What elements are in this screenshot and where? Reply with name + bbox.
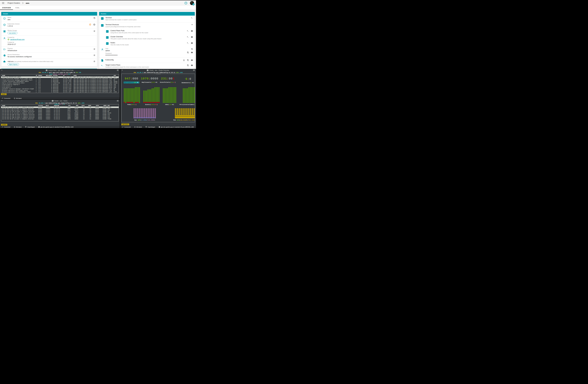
table-row[interactable]: grafana-operators-5bfcfc58cf-w2s24 ● 1/1…	[1, 90, 119, 91]
privilege-icon	[25, 126, 26, 128]
tab-overview[interactable]: OVERVIEW	[0, 6, 13, 10]
table-row[interactable]: etcd-events-0 ● 2/2 0 Running 10.40.5.11…	[1, 85, 119, 87]
shortcut-row-nodes[interactable]: >_ Nodes View the nodes for this cluster…	[99, 40, 195, 47]
gear-icon[interactable]	[93, 30, 95, 32]
created-at-value: 2018-02-27	[8, 43, 97, 45]
shortcut-title: Control Plane Pods	[110, 30, 187, 32]
terminal-menu-icon[interactable]	[117, 70, 119, 71]
port-forward-indicator: ●	[36, 77, 38, 78]
avatar[interactable]	[190, 1, 194, 5]
eye-icon[interactable]	[191, 59, 193, 61]
access-row-terminal: >_ Terminal Open terminal into cluster o…	[99, 16, 195, 22]
copy-icon[interactable]	[187, 59, 189, 61]
copy-icon[interactable]	[191, 48, 193, 50]
node-mem-pct: 13	[84, 111, 91, 112]
tab-yaml[interactable]: YAML	[13, 6, 22, 10]
chevron-up-icon[interactable]	[191, 24, 193, 25]
chart-events[interactable]: Events(1421:61)	[143, 87, 160, 105]
table-row[interactable]: cluster-autoscaler-666f6bbb97-4pmzd ● 1/…	[1, 81, 119, 82]
chart-cpu[interactable]: Cpu 12%(17,695m/143,280m)	[133, 108, 156, 121]
help-icon[interactable]: ?	[185, 2, 187, 4]
pod-ip: 10.40.10.14	[62, 82, 74, 84]
node-server-icon	[159, 126, 160, 128]
launch-terminal-icon[interactable]: >_	[187, 36, 189, 38]
node-role: <none>	[46, 114, 54, 115]
upgrade-icon[interactable]	[93, 23, 95, 26]
pod-node: gke-dev-garden-gcp-n1-standard-16-poo-d8…	[74, 91, 114, 93]
chart-persistentvolumes[interactable]: Persistentvolumes(243:0)	[180, 87, 195, 105]
created-by-link[interactable]: gardener@sap.com	[10, 39, 24, 40]
table-row[interactable]: ip-10-242-18-201.eu-west-1.compute.inter…	[1, 115, 119, 117]
table-row[interactable]: ip-10-242-30-97.eu-west-1.compute.intern…	[1, 118, 119, 120]
chart-pods[interactable]: Pods(694:1)	[124, 87, 140, 105]
table-row[interactable]: elasticsearch-logging-0 ● 2/2 0 Running …	[1, 84, 119, 85]
table-row[interactable]: cert-controller-manager-6c4f77fddd-nzb98…	[1, 78, 119, 80]
table-row[interactable]: ip-10-242-9-128.eu-west-1.compute.intern…	[1, 108, 119, 109]
download-icon[interactable]	[183, 59, 185, 61]
pulse-charts: Pods(694:1) Events(1421:61) Jobs(129:0) …	[124, 87, 195, 105]
pods-bar-chart	[124, 87, 140, 103]
access-restrictions-value: No access restrictions configured	[8, 56, 93, 58]
table-row[interactable]: cloud-controller-manager-88c89f8b5-fkpch…	[1, 80, 119, 81]
pod-restarts: 0	[44, 91, 52, 93]
gear-icon[interactable]	[93, 54, 95, 56]
counter-statefulsets[interactable]: 231:001 Statefulsets(231:1)	[161, 77, 175, 83]
node-mem-pct: 32	[84, 112, 91, 114]
breadcrumb[interactable]: Project Clusters	[8, 2, 20, 4]
node-amem: 61480	[99, 111, 106, 112]
gear-icon[interactable]	[93, 60, 95, 62]
update-history-icon[interactable]	[89, 23, 91, 26]
table-row[interactable]: auditlog-558ddfcd49-q9mdl ● 1/1 0 Runnin…	[1, 77, 119, 78]
counter-daemonsets[interactable]: ↑6:0 Daemonsets(6:0)	[182, 77, 193, 83]
resource-usage-charts: Cpu 12%(17,695m/143,280m) Mem 24%(132,81…	[122, 108, 195, 121]
eye-icon[interactable]	[191, 42, 193, 44]
table-row[interactable]: gardener-resource-manager-74dc48cbc9-94g…	[1, 88, 119, 90]
copy-icon[interactable]	[187, 64, 189, 66]
node-amem: 61480	[99, 115, 106, 117]
shortcut-row-cluster-overview[interactable]: >_ Cluster Overview This gives a quick o…	[99, 35, 195, 40]
eye-icon[interactable]	[191, 36, 193, 38]
shortcut-row-control-plane-pods[interactable]: >_ Control Plane Pods Using K9s to view …	[99, 29, 195, 35]
close-icon[interactable]: ✕	[1, 69, 2, 71]
node-name: ip-10-242-22-180.eu-west-1.compute.inter…	[2, 117, 38, 119]
kubeconfig-title: Kubeconfig	[105, 59, 114, 61]
table-row[interactable]: grafana-operators-bkp-544456d5c7-f9m67 ●…	[1, 91, 119, 93]
copy-icon[interactable]	[187, 52, 189, 53]
table-row[interactable]: daily-curator-1595225220-6b9zl ● 0/1 0 C…	[1, 82, 119, 84]
eye-icon[interactable]	[191, 52, 193, 53]
table-row[interactable]: ip-10-242-9-188.eu-west-1.compute.intern…	[1, 109, 119, 111]
menu-icon[interactable]	[2, 2, 4, 4]
pod-name: gardener-resource-manager-74dc48cbc9-94g…	[2, 88, 36, 90]
table-row[interactable]: ip-10-242-22-180.eu-west-1.compute.inter…	[1, 117, 119, 119]
close-icon[interactable]: ✕	[1, 100, 2, 101]
table-row[interactable]: ip-10-242-18-200.eu-west-1.compute.inter…	[1, 114, 119, 115]
eye-icon[interactable]	[191, 30, 193, 32]
node-amem: 61480	[99, 112, 106, 114]
launch-terminal-icon[interactable]: >_	[187, 30, 189, 32]
terminal-menu-icon[interactable]	[193, 70, 195, 71]
table-row[interactable]: ip-10-242-7-148.eu-west-1.compute.intern…	[1, 106, 119, 108]
copy-icon[interactable]	[93, 17, 95, 19]
details-row-name: Name aws	[1, 16, 97, 22]
close-icon[interactable]: ✕	[122, 69, 123, 71]
chart-mem[interactable]: Mem 24%(132,811Mi/553,320Mi)	[173, 108, 195, 121]
terminal-menu-icon[interactable]	[117, 100, 119, 101]
counter-deployments[interactable]: 947:000 Deployments(947:0)	[124, 77, 139, 83]
node-cpu-pct: 11	[78, 117, 84, 119]
counter-replicasets[interactable]: 1070:0000 Replicasets(1070:0)	[141, 77, 158, 83]
nodes-table-title: Nodes(all)[9]	[54, 103, 66, 105]
table-row[interactable]: ip-10-242-14-47.eu-west-1.compute.intern…	[1, 112, 119, 114]
gear-icon[interactable]	[93, 48, 95, 50]
node-cpu-pct: 10	[78, 109, 84, 111]
eye-icon[interactable]	[191, 64, 193, 66]
pod-status: Running	[52, 91, 62, 93]
node-version: v1.15.11	[54, 108, 63, 109]
name-label: Name	[8, 17, 93, 18]
pod-ready: 1/1	[38, 81, 44, 82]
launch-terminal-icon[interactable]: >_	[187, 42, 189, 44]
table-row[interactable]: ip-10-242-13-154.eu-west-1.compute.inter…	[1, 111, 119, 112]
chart-jobs[interactable]: Jobs(129:0)	[163, 87, 176, 105]
access-card-title: Access	[99, 12, 195, 16]
table-row[interactable]: etcd-main-0 ● 2/2 0 Running 10.40.5.111 …	[1, 87, 119, 88]
open-terminal-icon[interactable]: >_	[191, 17, 193, 19]
